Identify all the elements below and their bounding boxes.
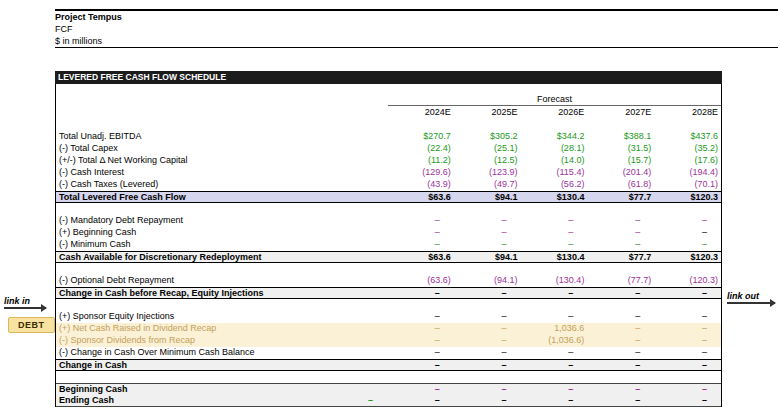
value-cell: (17.6) [654, 155, 721, 167]
blank-row [56, 299, 721, 311]
value-cell: – [454, 215, 521, 227]
value-cell: – [654, 288, 721, 298]
pf-value-cell [320, 263, 387, 275]
value-cell: – [387, 227, 454, 239]
value-cell [587, 263, 654, 275]
value-cell: (115.4) [521, 167, 588, 179]
pf-value-cell [320, 239, 387, 251]
value-cell: – [521, 311, 588, 323]
value-cell: – [454, 384, 521, 395]
value-cell [587, 299, 654, 311]
table-row: Ending Cash–––––– [56, 395, 721, 407]
sheet-name: FCF [55, 23, 778, 35]
year-header: 2024E [387, 106, 454, 119]
value-cell [521, 203, 588, 215]
year-header: 2028E [654, 106, 721, 119]
value-cell: $120.3 [654, 192, 721, 202]
pf-value-cell [320, 179, 387, 191]
value-cell: – [454, 395, 521, 406]
value-cell [387, 203, 454, 215]
value-cell: (49.7) [454, 179, 521, 191]
row-label: Total Unadj. EBITDA [56, 131, 320, 143]
value-cell: – [454, 311, 521, 323]
value-cell: – [587, 335, 654, 347]
value-cell: – [454, 323, 521, 335]
value-cell: – [654, 347, 721, 359]
value-cell: – [387, 323, 454, 335]
value-cell: – [587, 384, 654, 395]
row-label: Ending Cash [56, 395, 320, 406]
value-cell: – [654, 395, 721, 406]
pf-value-cell [320, 288, 387, 298]
value-cell: (25.1) [454, 143, 521, 155]
table-row: (-) Cash Interest(129.6)(123.9)(115.4)(2… [56, 167, 721, 179]
value-cell: $130.4 [521, 192, 588, 202]
pf-value-cell [320, 215, 387, 227]
value-cell: (1,036.6) [521, 335, 588, 347]
row-label: (-) Mandatory Debt Repayment [56, 215, 320, 227]
lfcf-schedule-table: LEVERED FREE CASH FLOW SCHEDULE Forecast… [55, 71, 722, 407]
value-cell: 1,036.6 [521, 323, 588, 335]
pf-value-cell [320, 131, 387, 143]
value-cell: – [454, 335, 521, 347]
table-row: (+) Sponsor Equity Injections––––– [56, 311, 721, 323]
table-row: Total Levered Free Cash Flow$63.6$94.1$1… [56, 191, 721, 203]
value-cell: $437.6 [654, 131, 721, 143]
value-cell: $130.4 [521, 252, 588, 262]
value-cell [387, 263, 454, 275]
value-cell: – [587, 347, 654, 359]
table-row: (-) Minimum Cash––––– [56, 239, 721, 251]
value-cell: $94.1 [454, 252, 521, 262]
value-cell: (15.7) [587, 155, 654, 167]
value-cell: – [387, 395, 454, 406]
units-note: $ in millions [55, 35, 778, 47]
value-cell: $305.2 [454, 131, 521, 143]
debt-tab-badge[interactable]: DEBT [8, 317, 55, 333]
link-out-label: link out [727, 291, 759, 301]
table-row: (-) Change in Cash Over Minimum Cash Bal… [56, 347, 721, 359]
pf-value-cell [320, 371, 387, 383]
value-cell: – [587, 215, 654, 227]
value-cell: $270.7 [387, 131, 454, 143]
value-cell: (201.4) [587, 167, 654, 179]
pf-value-cell: – [320, 395, 387, 406]
link-out-note: link out [727, 291, 775, 304]
value-cell: – [521, 239, 588, 251]
value-cell [587, 203, 654, 215]
value-cell: $388.1 [587, 131, 654, 143]
table-row: Change in Cash––––– [56, 359, 721, 371]
header-rule [55, 47, 778, 48]
value-cell: – [587, 288, 654, 298]
value-cell: (14.0) [521, 155, 588, 167]
value-cell: – [387, 239, 454, 251]
row-label: (-) Total Capex [56, 143, 320, 155]
row-label: (-) Minimum Cash [56, 239, 320, 251]
row-label: (-) Sponsor Dividends from Recap [56, 335, 320, 347]
value-cell: (194.4) [654, 167, 721, 179]
value-cell: – [654, 239, 721, 251]
table-row: (+/-) Total Δ Net Working Capital(11.2)(… [56, 155, 721, 167]
row-label: Beginning Cash [56, 384, 320, 395]
pf-value-cell [320, 192, 387, 202]
table-row: (+) Beginning Cash––––– [56, 227, 721, 239]
value-cell: – [587, 311, 654, 323]
value-cell: (28.1) [521, 143, 588, 155]
row-label: Change in Cash before Recap, Equity Inje… [56, 288, 320, 298]
value-cell [387, 299, 454, 311]
value-cell: – [654, 227, 721, 239]
pf-value-cell [320, 360, 387, 370]
row-label: Change in Cash [56, 360, 320, 370]
value-cell: – [521, 288, 588, 298]
row-label: Total Levered Free Cash Flow [56, 192, 320, 202]
spacer [56, 119, 721, 131]
table-row: (-) Mandatory Debt Repayment––––– [56, 215, 721, 227]
value-cell: – [654, 384, 721, 395]
row-label [56, 203, 320, 215]
value-cell: – [654, 335, 721, 347]
pf-value-cell [320, 167, 387, 179]
pf-value-cell [320, 384, 387, 395]
value-cell: – [521, 384, 588, 395]
project-title: Project Tempus [55, 11, 778, 23]
arrow-right-icon [4, 307, 46, 309]
pf-value-cell [320, 299, 387, 311]
